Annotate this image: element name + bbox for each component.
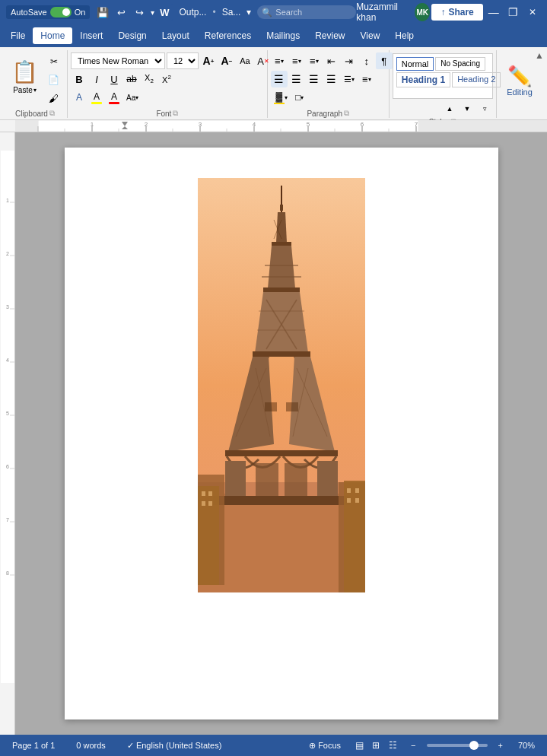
superscript-button[interactable]: X2: [158, 71, 175, 87]
zoom-in-button[interactable]: +: [494, 739, 507, 751]
expand-text-button[interactable]: ☰▾: [341, 71, 358, 87]
sort-button[interactable]: ↕: [358, 52, 375, 69]
menu-insert[interactable]: Insert: [72, 27, 110, 44]
svg-rect-100: [347, 498, 351, 503]
clipboard-expand-icon[interactable]: ⧉: [49, 109, 55, 118]
style-heading2[interactable]: Heading 2: [452, 72, 501, 87]
italic-button[interactable]: I: [88, 71, 105, 87]
save-button[interactable]: 💾: [94, 4, 111, 21]
format-painter-button[interactable]: 🖌: [45, 90, 62, 106]
align-right-button[interactable]: ☰: [306, 71, 323, 87]
autosave-switch[interactable]: [50, 7, 72, 17]
main-area: 1 2 3 4 5 6 7 8: [0, 132, 547, 735]
quick-access-more[interactable]: ▾: [149, 7, 156, 18]
bullets-button[interactable]: ≡▾: [271, 52, 288, 69]
redo-button[interactable]: ↪: [131, 4, 148, 21]
svg-rect-95: [208, 491, 212, 496]
styles-scroll-up[interactable]: ▲: [441, 100, 458, 117]
paste-icon: 📋: [11, 59, 38, 84]
menu-view[interactable]: View: [353, 27, 388, 44]
svg-rect-63: [263, 287, 300, 292]
page-info[interactable]: Page 1 of 1: [8, 739, 59, 751]
font-color-indicator: [109, 102, 119, 104]
svg-rect-96: [202, 501, 205, 506]
undo-button[interactable]: ↩: [113, 4, 129, 21]
borders-button[interactable]: □▾: [291, 89, 308, 106]
line-spacing-button[interactable]: ≡▾: [358, 71, 375, 87]
focus-button[interactable]: ⊕ Focus: [304, 739, 345, 752]
font-shrink-button[interactable]: A−: [218, 52, 235, 69]
ribbon-collapse-button[interactable]: ▲: [535, 50, 544, 61]
decrease-indent-button[interactable]: ⇤: [323, 52, 340, 69]
font-name-select[interactable]: Times New Roman: [71, 52, 165, 69]
bold-button[interactable]: B: [71, 71, 87, 87]
text-effects-button[interactable]: A: [71, 89, 87, 106]
svg-rect-93: [344, 481, 365, 592]
align-left-button[interactable]: ☰: [271, 71, 288, 87]
change-case-aa-button[interactable]: Aa▾: [123, 89, 142, 106]
increase-indent-button[interactable]: ⇥: [341, 52, 358, 69]
document-page: [65, 148, 498, 719]
web-layout-button[interactable]: ⊞: [368, 738, 383, 753]
font-grow-button[interactable]: A+: [200, 52, 217, 69]
style-normal[interactable]: Normal: [396, 57, 434, 71]
numbering-button[interactable]: ≡▾: [288, 52, 305, 69]
user-badge: Muzammil khan MK: [356, 2, 430, 23]
highlight-color-button[interactable]: A: [88, 89, 105, 106]
style-no-spacing[interactable]: No Spacing: [435, 57, 485, 71]
menu-file[interactable]: File: [3, 27, 33, 44]
strikethrough-button[interactable]: ab: [123, 71, 140, 87]
menu-layout[interactable]: Layout: [154, 27, 197, 44]
editing-icon: ✏️: [507, 66, 532, 86]
ruler-svg: 1 2 3 4 5 6 7: [15, 120, 547, 132]
font-size-select[interactable]: 12: [167, 52, 199, 69]
shading-button[interactable]: ▓ ▾: [271, 89, 291, 106]
styles-more[interactable]: ▿: [476, 100, 493, 117]
zoom-level[interactable]: 70%: [514, 739, 539, 751]
close-button[interactable]: ✕: [523, 2, 542, 23]
multilevel-list-button[interactable]: ≡▾: [306, 52, 323, 69]
minimize-button[interactable]: —: [485, 2, 503, 23]
svg-rect-98: [347, 488, 351, 493]
read-mode-button[interactable]: ☷: [385, 738, 400, 753]
align-center-button[interactable]: ☰: [288, 71, 305, 87]
paste-dropdown-arrow[interactable]: ▾: [33, 87, 37, 94]
cut-button[interactable]: ✂: [45, 53, 62, 70]
document-scroll-area[interactable]: [15, 132, 547, 735]
svg-text:7: 7: [6, 517, 9, 523]
menu-review[interactable]: Review: [307, 27, 352, 44]
share-button[interactable]: ↑ Share: [431, 4, 482, 21]
underline-button[interactable]: U: [106, 71, 122, 87]
change-case-button[interactable]: Aa: [237, 52, 253, 69]
subscript-button[interactable]: X2: [141, 71, 157, 87]
svg-rect-77: [317, 461, 338, 499]
autosave-toggle[interactable]: AutoSave On: [6, 5, 90, 19]
style-heading1[interactable]: Heading 1: [396, 72, 450, 87]
editing-label[interactable]: Editing: [507, 87, 533, 97]
title-center: W Outp... • Sa... ▾ 🔍: [156, 4, 356, 21]
justify-button[interactable]: ☰: [323, 71, 340, 87]
zoom-out-button[interactable]: −: [406, 739, 420, 751]
font-expand-icon[interactable]: ⧉: [173, 109, 178, 118]
copy-button[interactable]: 📄: [45, 71, 62, 88]
zoom-thumb[interactable]: [469, 741, 479, 750]
styles-scroll-down[interactable]: ▼: [459, 100, 475, 117]
menu-references[interactable]: References: [197, 27, 259, 44]
svg-rect-2: [418, 120, 547, 132]
svg-rect-76: [225, 461, 246, 499]
paragraph-expand-icon[interactable]: ⧉: [344, 109, 349, 118]
menu-design[interactable]: Design: [110, 27, 154, 44]
font-color-button[interactable]: A: [106, 89, 122, 106]
menu-help[interactable]: Help: [387, 27, 421, 44]
paste-button[interactable]: 📋 Paste▾: [8, 53, 42, 100]
menu-mailings[interactable]: Mailings: [259, 27, 307, 44]
highlight-color-indicator: [91, 102, 102, 104]
language[interactable]: ✓ English (United States): [122, 739, 227, 752]
clipboard-sub: ✂ 📄 🖌: [45, 53, 62, 106]
print-layout-button[interactable]: ▤: [351, 738, 367, 753]
word-count[interactable]: 0 words: [72, 739, 110, 751]
title-dropdown-arrow[interactable]: ▾: [246, 7, 251, 17]
zoom-slider[interactable]: [427, 744, 488, 747]
restore-button[interactable]: ❐: [504, 2, 523, 23]
menu-home[interactable]: Home: [33, 27, 72, 44]
